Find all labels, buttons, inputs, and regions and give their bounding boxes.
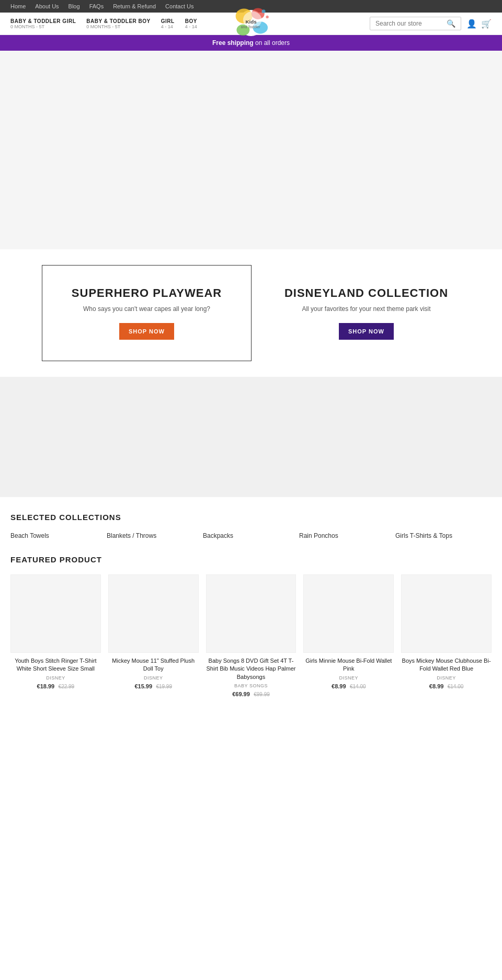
feature-sections: SUPERHERO PLAYWEAR Who says you can't we… xyxy=(0,255,502,372)
nav-return[interactable]: Return & Refund xyxy=(113,3,156,9)
disneyland-shop-now-button[interactable]: SHOP NOW xyxy=(339,323,394,340)
collections-list: Beach Towels Blankets / Throws Backpacks… xyxy=(10,532,492,539)
product-image-3 xyxy=(303,574,394,653)
search-bar[interactable]: 🔍 xyxy=(370,17,461,30)
collection-rain-ponchos[interactable]: Rain Ponchos xyxy=(299,532,395,539)
product-brand-1: DISNEY xyxy=(108,675,199,681)
svg-point-7 xyxy=(266,15,268,18)
product-price-old-3: €14.00 xyxy=(350,684,366,689)
featured-section: FEATURED PRODUCT Youth Boys Stitch Ringe… xyxy=(0,545,502,708)
collection-girls-tshirts[interactable]: Girls T-Shirts & Tops xyxy=(395,532,492,539)
product-card-2[interactable]: Baby Songs 8 DVD Gift Set 4T T-Shirt Bib… xyxy=(206,574,296,698)
nav-baby-toddler-girl[interactable]: BABY & TODDLER GIRL 0 MONTHS - 5T xyxy=(10,18,76,29)
product-price-current-4: €8.99 xyxy=(429,683,444,689)
footer-area xyxy=(0,708,502,802)
product-prices-0: €18.99 €22.99 xyxy=(10,683,101,690)
svg-point-6 xyxy=(261,9,265,13)
product-name-1: Mickey Mouse 11" Stuffed Plush Doll Toy xyxy=(108,657,199,673)
nav-about[interactable]: About Us xyxy=(35,3,59,9)
product-price-old-0: €22.99 xyxy=(59,684,75,689)
nav-contact[interactable]: Contact Us xyxy=(165,3,193,9)
product-brand-4: DISNEY xyxy=(401,675,492,681)
nav-girl[interactable]: GIRL 4 - 14 xyxy=(161,18,175,29)
product-name-4: Boys Mickey Mouse Clubhouse Bi-Fold Wall… xyxy=(401,657,492,673)
collections-heading: SELECTED COLLECTIONS xyxy=(10,513,492,522)
collection-blankets[interactable]: Blankets / Throws xyxy=(107,532,203,539)
superhero-shop-now-button[interactable]: SHOP NOW xyxy=(119,323,174,340)
product-image-4 xyxy=(401,574,492,653)
collections-section: SELECTED COLLECTIONS Beach Towels Blanke… xyxy=(0,497,502,545)
svg-point-8 xyxy=(237,10,239,13)
header-right-controls: 🔍 👤 🛒 xyxy=(370,17,492,30)
site-header: BABY & TODDLER GIRL 0 MONTHS - 5T BABY &… xyxy=(0,13,502,35)
svg-text:Kids: Kids xyxy=(245,18,257,24)
nav-blog[interactable]: Blog xyxy=(69,3,80,9)
product-name-0: Youth Boys Stitch Ringer T-Shirt White S… xyxy=(10,657,101,673)
nav-baby-toddler-boy[interactable]: BABY & TODDLER BOY 0 MONTHS - 5T xyxy=(86,18,151,29)
product-card-0[interactable]: Youth Boys Stitch Ringer T-Shirt White S… xyxy=(10,574,101,698)
product-price-current-0: €18.99 xyxy=(37,683,55,689)
product-image-1 xyxy=(108,574,199,653)
product-price-current-2: €69.99 xyxy=(232,691,250,697)
product-card-4[interactable]: Boys Mickey Mouse Clubhouse Bi-Fold Wall… xyxy=(401,574,492,698)
product-price-old-1: €19.99 xyxy=(156,684,172,689)
product-price-old-2: €99.99 xyxy=(254,691,270,697)
disneyland-subtitle: All your favorites for your next theme p… xyxy=(302,305,430,313)
product-prices-2: €69.99 €99.99 xyxy=(206,690,296,698)
nav-home[interactable]: Home xyxy=(10,3,26,9)
superhero-feature-box: SUPERHERO PLAYWEAR Who says you can't we… xyxy=(42,265,252,361)
product-image-0 xyxy=(10,574,101,653)
search-input[interactable] xyxy=(375,20,443,27)
disneyland-feature-box: DISNEYLAND COLLECTION All your favorites… xyxy=(272,265,460,361)
site-logo[interactable]: Kids and Toddler xyxy=(230,2,272,45)
products-grid: Youth Boys Stitch Ringer T-Shirt White S… xyxy=(10,574,492,698)
mid-banner xyxy=(0,377,502,497)
product-image-2 xyxy=(206,574,296,653)
main-navigation: BABY & TODDLER GIRL 0 MONTHS - 5T BABY &… xyxy=(10,18,370,29)
nav-faqs[interactable]: FAQs xyxy=(89,3,104,9)
product-price-current-1: €15.99 xyxy=(134,683,152,689)
collection-beach-towels[interactable]: Beach Towels xyxy=(10,532,107,539)
header-icon-group: 👤 🛒 xyxy=(466,19,492,29)
nav-boy[interactable]: BOY 4 - 14 xyxy=(185,18,197,29)
featured-heading: FEATURED PRODUCT xyxy=(10,555,492,564)
product-prices-4: €8.99 €14.00 xyxy=(401,683,492,690)
product-name-3: Girls Minnie Mouse Bi-Fold Wallet Pink xyxy=(303,657,394,673)
account-icon[interactable]: 👤 xyxy=(466,19,477,29)
svg-text:and Toddler: and Toddler xyxy=(241,25,261,29)
product-price-old-4: €14.00 xyxy=(448,684,464,689)
search-icon[interactable]: 🔍 xyxy=(447,19,455,28)
collection-backpacks[interactable]: Backpacks xyxy=(203,532,299,539)
product-brand-0: DISNEY xyxy=(10,675,101,681)
disneyland-title: DISNEYLAND COLLECTION xyxy=(284,286,448,300)
product-card-3[interactable]: Girls Minnie Mouse Bi-Fold Wallet Pink D… xyxy=(303,574,394,698)
product-price-current-3: €8.99 xyxy=(332,683,346,689)
product-brand-3: DISNEY xyxy=(303,675,394,681)
hero-banner xyxy=(0,51,502,249)
superhero-title: SUPERHERO PLAYWEAR xyxy=(53,286,241,300)
product-prices-3: €8.99 €14.00 xyxy=(303,683,394,690)
superhero-subtitle: Who says you can't wear capes all year l… xyxy=(53,305,241,313)
product-name-2: Baby Songs 8 DVD Gift Set 4T T-Shirt Bib… xyxy=(206,657,296,681)
product-prices-1: €15.99 €19.99 xyxy=(108,683,199,690)
cart-icon[interactable]: 🛒 xyxy=(481,19,492,29)
product-brand-2: BABY SONGS xyxy=(206,683,296,688)
product-card-1[interactable]: Mickey Mouse 11" Stuffed Plush Doll Toy … xyxy=(108,574,199,698)
